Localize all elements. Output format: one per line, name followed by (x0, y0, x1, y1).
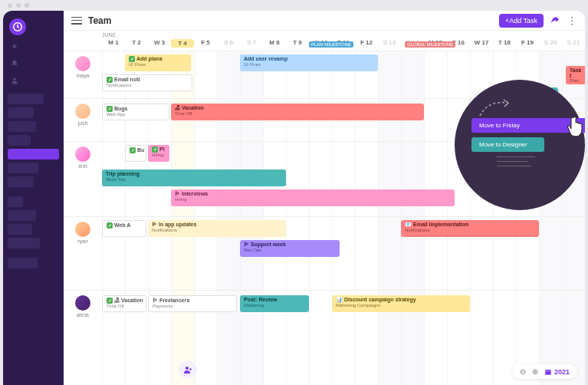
app-container: Team +Add Task ⋮ June PLAN MILESTONE GLO… (3, 11, 585, 385)
user-name: erin (78, 163, 87, 169)
topbar: Team +Add Task ⋮ (64, 11, 585, 31)
day-header[interactable]: S 7 (240, 39, 263, 48)
sidebar-item[interactable] (8, 210, 36, 221)
task-discount[interactable]: 📊Discount campaign strategy Marketing Ca… (332, 295, 470, 312)
sidebar-item[interactable] (8, 121, 36, 132)
calendar-icon (544, 368, 552, 376)
sidebar-item[interactable] (8, 107, 34, 118)
share-icon[interactable] (550, 15, 560, 26)
bell-icon[interactable] (11, 60, 18, 67)
task-vacation-alicia[interactable]: ✓🏖Vacation Time Off (102, 295, 146, 312)
task-add-user-revamp[interactable]: Add user revamp UI Fixes (240, 54, 378, 71)
sidebar-item[interactable] (8, 258, 38, 268)
zoom-date-controls: ⊖ ⊕ 2021 (512, 364, 577, 379)
cursor-hand-icon (566, 114, 585, 137)
task-bu[interactable]: ✓Bu (125, 145, 146, 162)
svg-point-3 (186, 367, 189, 370)
avatar[interactable] (75, 222, 90, 237)
user-name: maya (76, 73, 89, 78)
day-header[interactable]: M 1 (102, 39, 125, 48)
day-header[interactable]: T 4 (171, 39, 194, 48)
zoom-out-icon[interactable]: ⊖ (520, 367, 526, 376)
chrome-dot (8, 3, 12, 8)
main-panel: Team +Add Task ⋮ June PLAN MILESTONE GLO… (64, 11, 585, 385)
gear-icon[interactable] (11, 43, 18, 51)
year-picker[interactable]: 2021 (544, 368, 570, 376)
day-header[interactable]: S 20 (539, 39, 562, 48)
task-bugs[interactable]: ✓Bugs Web App (102, 104, 169, 120)
chrome-dot (25, 3, 29, 8)
avatar[interactable] (75, 104, 90, 119)
sidebar-nav (3, 94, 64, 271)
context-menu-overlay: Move to Friday Move to Designer (455, 80, 585, 233)
add-task-button[interactable]: +Add Task (499, 14, 544, 28)
task-web[interactable]: ✓Web A (102, 220, 146, 237)
context-item-move-designer[interactable]: Move to Designer (471, 137, 544, 152)
menu-icon[interactable] (71, 17, 82, 25)
day-header[interactable]: S 21 (562, 39, 585, 48)
browser-chrome (0, 0, 588, 11)
swimlane-alicia: alicia ✓🏖Vacation Time Off 🏳Freelancers … (64, 290, 585, 333)
avatar[interactable] (75, 56, 90, 71)
task-trip-planning[interactable]: Trip planning Work Trip (102, 169, 286, 186)
milestone-plan[interactable]: PLAN MILESTONE (309, 41, 353, 48)
app-logo[interactable] (9, 18, 26, 35)
task-post-review[interactable]: Post: Review Marketing (240, 295, 309, 312)
page-title: Team (88, 15, 111, 26)
zoom-in-icon[interactable]: ⊕ (532, 367, 538, 376)
user-icon[interactable] (11, 77, 18, 84)
day-header[interactable]: S 6 (217, 39, 240, 48)
day-header[interactable]: T 2 (125, 39, 148, 48)
sidebar-item[interactable] (8, 224, 32, 235)
task-freelancers[interactable]: 🏳Freelancers Payments (148, 295, 237, 312)
sidebar-item[interactable] (8, 238, 40, 248)
user-name: josh (78, 120, 88, 126)
svg-rect-4 (545, 370, 551, 375)
sidebar-item[interactable] (8, 135, 31, 146)
sidebar-item-active[interactable] (8, 149, 59, 160)
sidebar-item[interactable] (8, 94, 44, 104)
sidebar (3, 11, 64, 385)
month-label: June (102, 32, 116, 38)
day-header[interactable]: F 12 (355, 39, 378, 48)
sidebar-item[interactable] (8, 196, 23, 207)
more-icon[interactable]: ⋮ (567, 15, 577, 26)
sidebar-item[interactable] (8, 163, 38, 173)
task-support-week[interactable]: 🏳Support week Dev Ops (240, 240, 340, 257)
chrome-dot (16, 3, 21, 8)
svg-point-2 (13, 78, 15, 81)
user-name: ryan (77, 239, 88, 244)
day-header[interactable]: W 3 (148, 39, 171, 48)
task-in-app-updates[interactable]: 🏳In app updates Notifications (148, 220, 286, 237)
day-header[interactable]: F 5 (194, 39, 217, 48)
timeline-header: June PLAN MILESTONE GLOBAL MILESTONE M 1… (64, 31, 585, 51)
task-add-plans[interactable]: ✓Add plans UI Fixes (125, 54, 191, 71)
task-pl[interactable]: ✓Pl Hiring (148, 145, 169, 162)
task-vacation[interactable]: 🏖Vacation Time Off (171, 104, 424, 120)
task-interviews[interactable]: 🏳Interviews Hiring (171, 189, 455, 206)
context-placeholder-lines (497, 156, 535, 170)
avatar[interactable] (75, 295, 90, 311)
milestone-global[interactable]: GLOBAL MILESTONE (405, 41, 455, 48)
sidebar-item[interactable] (8, 176, 34, 187)
day-header[interactable]: T 9 (286, 39, 309, 48)
day-header[interactable]: S 13 (378, 39, 401, 48)
day-header[interactable]: M 8 (263, 39, 286, 48)
add-user-button[interactable] (179, 360, 197, 379)
day-header[interactable]: W 17 (470, 39, 493, 48)
day-header[interactable]: T 18 (493, 39, 516, 48)
task-email-noti[interactable]: ✓Email noti Notifications (102, 74, 192, 91)
user-name: alicia (77, 312, 89, 318)
day-header[interactable]: F 19 (516, 39, 539, 48)
avatar[interactable] (75, 146, 90, 162)
